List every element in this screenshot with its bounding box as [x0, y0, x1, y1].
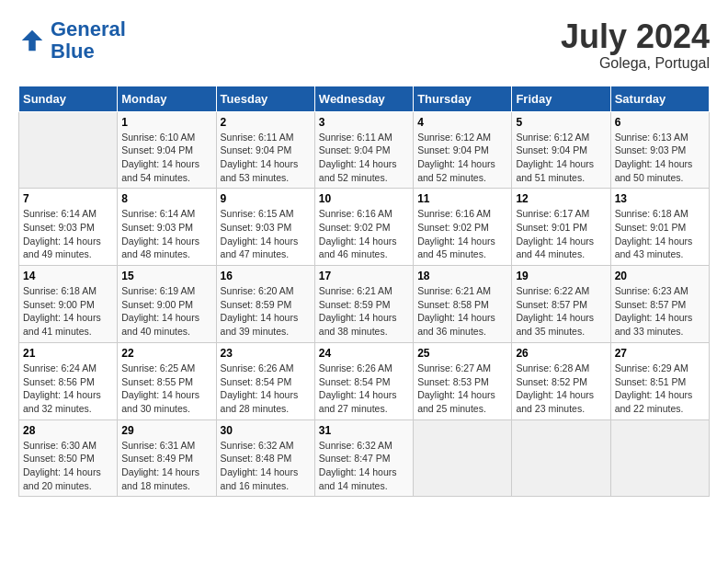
day-info: Sunrise: 6:25 AMSunset: 8:55 PMDaylight:… [121, 362, 211, 416]
day-info: Sunrise: 6:11 AMSunset: 9:04 PMDaylight:… [221, 131, 311, 185]
calendar-cell: 3Sunrise: 6:11 AMSunset: 9:04 PMDaylight… [314, 111, 413, 189]
day-number: 28 [23, 424, 113, 437]
day-info: Sunrise: 6:12 AMSunset: 9:04 PMDaylight:… [417, 131, 507, 185]
day-info: Sunrise: 6:21 AMSunset: 8:58 PMDaylight:… [417, 284, 507, 339]
day-number: 27 [615, 347, 705, 360]
calendar-cell: 12Sunrise: 6:17 AMSunset: 9:01 PMDayligh… [512, 189, 610, 266]
day-info: Sunrise: 6:15 AMSunset: 9:03 PMDaylight:… [221, 207, 311, 261]
day-number: 22 [121, 347, 211, 360]
calendar-cell: 1Sunrise: 6:10 AMSunset: 9:04 PMDaylight… [118, 111, 216, 189]
day-number: 7 [23, 192, 113, 205]
calendar-cell: 26Sunrise: 6:28 AMSunset: 8:52 PMDayligh… [512, 342, 610, 419]
day-number: 9 [221, 192, 311, 205]
calendar-cell: 15Sunrise: 6:19 AMSunset: 9:00 PMDayligh… [118, 266, 216, 343]
calendar-week-row: 21Sunrise: 6:24 AMSunset: 8:56 PMDayligh… [19, 342, 710, 419]
day-info: Sunrise: 6:23 AMSunset: 8:57 PMDaylight:… [615, 284, 705, 339]
calendar-cell: 24Sunrise: 6:26 AMSunset: 8:54 PMDayligh… [314, 342, 413, 419]
day-info: Sunrise: 6:31 AMSunset: 8:49 PMDaylight:… [121, 439, 211, 493]
day-number: 1 [121, 116, 211, 129]
day-number: 4 [417, 116, 507, 129]
calendar-cell: 4Sunrise: 6:12 AMSunset: 9:04 PMDaylight… [414, 111, 512, 189]
day-info: Sunrise: 6:21 AMSunset: 8:59 PMDaylight:… [319, 284, 409, 339]
month-title: July 2024 [561, 18, 710, 55]
day-info: Sunrise: 6:24 AMSunset: 8:56 PMDaylight:… [23, 362, 113, 416]
day-number: 25 [417, 347, 507, 360]
day-info: Sunrise: 6:11 AMSunset: 9:04 PMDaylight:… [319, 131, 409, 185]
logo-icon [18, 27, 46, 54]
calendar-cell: 14Sunrise: 6:18 AMSunset: 9:00 PMDayligh… [19, 266, 118, 343]
weekday-header: Tuesday [216, 86, 314, 111]
calendar-cell: 8Sunrise: 6:14 AMSunset: 9:03 PMDaylight… [118, 189, 216, 266]
day-info: Sunrise: 6:28 AMSunset: 8:52 PMDaylight:… [516, 362, 606, 416]
day-info: Sunrise: 6:29 AMSunset: 8:51 PMDaylight:… [615, 362, 705, 416]
day-number: 5 [516, 116, 606, 129]
calendar-cell: 29Sunrise: 6:31 AMSunset: 8:49 PMDayligh… [118, 419, 216, 497]
calendar-cell: 10Sunrise: 6:16 AMSunset: 9:02 PMDayligh… [314, 189, 413, 266]
day-info: Sunrise: 6:27 AMSunset: 8:53 PMDaylight:… [417, 362, 507, 416]
logo-text: General Blue [51, 18, 126, 63]
calendar-cell [512, 419, 610, 497]
calendar-cell: 20Sunrise: 6:23 AMSunset: 8:57 PMDayligh… [610, 266, 709, 343]
calendar-cell: 18Sunrise: 6:21 AMSunset: 8:58 PMDayligh… [414, 266, 512, 343]
weekday-header: Sunday [19, 86, 118, 111]
day-number: 29 [121, 424, 211, 437]
day-info: Sunrise: 6:12 AMSunset: 9:04 PMDaylight:… [516, 131, 606, 185]
day-info: Sunrise: 6:14 AMSunset: 9:03 PMDaylight:… [23, 207, 113, 261]
calendar-week-row: 1Sunrise: 6:10 AMSunset: 9:04 PMDaylight… [19, 111, 710, 189]
day-info: Sunrise: 6:26 AMSunset: 8:54 PMDaylight:… [319, 362, 409, 416]
day-number: 13 [615, 192, 705, 205]
title-block: July 2024 Golega, Portugal [561, 18, 710, 72]
page-header: General Blue July 2024 Golega, Portugal [18, 18, 710, 72]
day-number: 18 [417, 270, 507, 282]
calendar-cell: 2Sunrise: 6:11 AMSunset: 9:04 PMDaylight… [216, 111, 314, 189]
calendar-cell: 28Sunrise: 6:30 AMSunset: 8:50 PMDayligh… [19, 419, 118, 497]
day-number: 15 [121, 270, 211, 282]
day-info: Sunrise: 6:17 AMSunset: 9:01 PMDaylight:… [516, 207, 606, 261]
day-number: 26 [516, 347, 606, 360]
day-number: 31 [319, 424, 409, 437]
day-number: 21 [23, 347, 113, 360]
day-info: Sunrise: 6:16 AMSunset: 9:02 PMDaylight:… [417, 207, 507, 261]
day-info: Sunrise: 6:10 AMSunset: 9:04 PMDaylight:… [121, 131, 211, 185]
calendar-cell: 5Sunrise: 6:12 AMSunset: 9:04 PMDaylight… [512, 111, 610, 189]
weekday-header: Thursday [414, 86, 512, 111]
day-number: 2 [221, 116, 311, 129]
calendar-week-row: 14Sunrise: 6:18 AMSunset: 9:00 PMDayligh… [19, 266, 710, 343]
calendar-cell: 25Sunrise: 6:27 AMSunset: 8:53 PMDayligh… [414, 342, 512, 419]
day-info: Sunrise: 6:32 AMSunset: 8:48 PMDaylight:… [221, 439, 311, 493]
day-number: 11 [417, 192, 507, 205]
calendar-cell [414, 419, 512, 497]
day-number: 6 [615, 116, 705, 129]
calendar-cell: 9Sunrise: 6:15 AMSunset: 9:03 PMDaylight… [216, 189, 314, 266]
day-number: 8 [121, 192, 211, 205]
day-info: Sunrise: 6:13 AMSunset: 9:03 PMDaylight:… [615, 131, 705, 185]
day-info: Sunrise: 6:22 AMSunset: 8:57 PMDaylight:… [516, 284, 606, 339]
calendar-cell: 31Sunrise: 6:32 AMSunset: 8:47 PMDayligh… [314, 419, 413, 497]
day-info: Sunrise: 6:20 AMSunset: 8:59 PMDaylight:… [221, 284, 311, 339]
day-info: Sunrise: 6:32 AMSunset: 8:47 PMDaylight:… [319, 439, 409, 493]
location-subtitle: Golega, Portugal [561, 55, 710, 72]
calendar-table: SundayMondayTuesdayWednesdayThursdayFrid… [18, 86, 710, 498]
calendar-cell: 11Sunrise: 6:16 AMSunset: 9:02 PMDayligh… [414, 189, 512, 266]
day-info: Sunrise: 6:18 AMSunset: 9:01 PMDaylight:… [615, 207, 705, 261]
calendar-cell: 7Sunrise: 6:14 AMSunset: 9:03 PMDaylight… [19, 189, 118, 266]
day-number: 16 [221, 270, 311, 282]
calendar-cell: 21Sunrise: 6:24 AMSunset: 8:56 PMDayligh… [19, 342, 118, 419]
day-number: 14 [23, 270, 113, 282]
calendar-cell: 30Sunrise: 6:32 AMSunset: 8:48 PMDayligh… [216, 419, 314, 497]
day-number: 30 [221, 424, 311, 437]
calendar-cell [610, 419, 709, 497]
weekday-header-row: SundayMondayTuesdayWednesdayThursdayFrid… [19, 86, 710, 111]
weekday-header: Wednesday [314, 86, 413, 111]
calendar-cell: 13Sunrise: 6:18 AMSunset: 9:01 PMDayligh… [610, 189, 709, 266]
logo: General Blue [18, 18, 126, 63]
calendar-cell: 22Sunrise: 6:25 AMSunset: 8:55 PMDayligh… [118, 342, 216, 419]
day-info: Sunrise: 6:18 AMSunset: 9:00 PMDaylight:… [23, 284, 113, 339]
day-number: 24 [319, 347, 409, 360]
day-number: 19 [516, 270, 606, 282]
calendar-week-row: 28Sunrise: 6:30 AMSunset: 8:50 PMDayligh… [19, 419, 710, 497]
day-number: 3 [319, 116, 409, 129]
svg-marker-0 [22, 30, 43, 52]
calendar-cell: 19Sunrise: 6:22 AMSunset: 8:57 PMDayligh… [512, 266, 610, 343]
day-info: Sunrise: 6:30 AMSunset: 8:50 PMDaylight:… [23, 439, 113, 493]
